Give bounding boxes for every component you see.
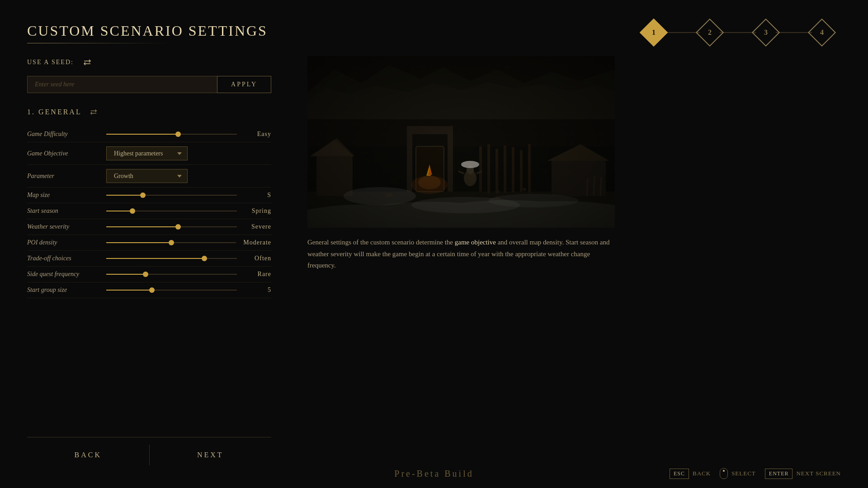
map-size-row: Map size S <box>27 188 271 203</box>
parameter-select[interactable]: Growth Population Resources Territory <box>106 169 188 183</box>
step-diamond-1[interactable]: 1 <box>640 19 668 47</box>
game-difficulty-label: Game Difficulty <box>27 131 106 138</box>
start-season-row: Start season Spring <box>27 203 271 219</box>
tradeoff-choices-control: Often <box>106 255 271 262</box>
map-size-value: S <box>244 192 271 199</box>
game-difficulty-control: Easy <box>106 131 271 138</box>
esc-hint: ESC BACK <box>670 469 711 479</box>
map-size-label: Map size <box>27 192 106 199</box>
start-season-label: Start season <box>27 207 106 215</box>
weather-severity-track[interactable] <box>106 226 237 227</box>
settings-list: Game Difficulty Easy Game Objective High… <box>27 127 271 428</box>
side-quest-track[interactable] <box>106 274 237 275</box>
start-group-control: 5 <box>106 286 271 294</box>
select-hint: SELECT <box>720 468 756 479</box>
mouse-icon <box>720 468 728 479</box>
game-objective-control: Highest parameters Survival Score Explor… <box>106 146 271 160</box>
seed-section: USE A SEED: <box>27 56 271 69</box>
general-shuffle-icon[interactable] <box>88 107 99 117</box>
weather-severity-label: Weather severity <box>27 223 106 230</box>
game-difficulty-value: Easy <box>244 131 271 138</box>
weather-severity-control: Severe <box>106 223 271 230</box>
poi-density-label: POI density <box>27 239 106 246</box>
step-item-2: 2 <box>700 23 720 42</box>
general-section-header: 1. GENERAL <box>27 107 271 117</box>
poi-density-row: POI density Moderate <box>27 235 271 251</box>
tradeoff-choices-value: Often <box>244 255 271 262</box>
game-objective-select[interactable]: Highest parameters Survival Score Explor… <box>106 146 188 160</box>
start-season-control: Spring <box>106 207 271 215</box>
start-group-value: 5 <box>244 286 271 294</box>
side-quest-label: Side quest frequency <box>27 271 106 278</box>
side-quest-control: Rare <box>106 271 271 278</box>
poi-density-track[interactable] <box>106 242 236 243</box>
enter-key: ENTER <box>765 469 793 479</box>
step-connector-1-2 <box>664 32 700 33</box>
poi-density-control: Moderate <box>106 239 271 246</box>
start-season-track[interactable] <box>106 211 237 211</box>
tradeoff-choices-label: Trade-off choices <box>27 255 106 262</box>
step-number-2: 2 <box>708 28 712 37</box>
start-group-label: Start group size <box>27 286 106 294</box>
enter-hint: ENTER NEXT SCREEN <box>765 469 841 479</box>
game-difficulty-track[interactable] <box>106 134 237 135</box>
step-item-3: 3 <box>756 23 776 42</box>
next-screen-label: NEXT SCREEN <box>796 470 841 477</box>
apply-button[interactable]: APPLY <box>217 76 271 93</box>
parameter-row: Parameter Growth Population Resources Te… <box>27 165 271 188</box>
step-connector-2-3 <box>720 32 756 33</box>
step-connector-3-4 <box>776 32 812 33</box>
side-quest-row: Side quest frequency Rare <box>27 267 271 282</box>
start-season-value: Spring <box>244 207 271 215</box>
mouse-dot <box>723 470 725 472</box>
seed-shuffle-icon[interactable] <box>81 56 94 69</box>
step-diamond-3[interactable]: 3 <box>752 19 780 47</box>
step-item-1: 1 <box>644 23 664 42</box>
game-objective-row: Game Objective Highest parameters Surviv… <box>27 142 271 165</box>
esc-label: BACK <box>693 470 711 477</box>
description-text: General settings of the custom scenario … <box>307 237 615 272</box>
seed-input-row: APPLY <box>27 76 271 93</box>
seed-label: USE A SEED: <box>27 59 74 66</box>
title-underline <box>27 43 172 43</box>
game-objective-label: Game Objective <box>27 150 106 157</box>
preview-image <box>307 56 615 228</box>
select-label: SELECT <box>731 470 756 477</box>
weather-severity-row: Weather severity Severe <box>27 219 271 235</box>
left-panel: Custom Scenario Settings USE A SEED: APP… <box>0 0 298 488</box>
step-indicators: 1 2 3 4 <box>307 23 841 42</box>
pre-beta-label: Pre-Beta Build <box>394 469 473 479</box>
side-quest-value: Rare <box>244 271 271 278</box>
parameter-control: Growth Population Resources Territory <box>106 169 271 183</box>
step-number-3: 3 <box>764 28 768 37</box>
back-button[interactable]: BACK <box>27 445 150 465</box>
esc-key: ESC <box>670 469 689 479</box>
start-group-track[interactable] <box>106 290 237 291</box>
step-number-4: 4 <box>820 28 824 37</box>
tradeoff-choices-row: Trade-off choices Often <box>27 251 271 267</box>
step-diamond-4[interactable]: 4 <box>808 19 836 47</box>
map-size-control: S <box>106 192 271 199</box>
step-diamond-2[interactable]: 2 <box>696 19 724 47</box>
step-item-4: 4 <box>812 23 832 42</box>
tradeoff-choices-track[interactable] <box>106 258 237 259</box>
weather-severity-value: Severe <box>244 223 271 230</box>
svg-rect-44 <box>307 56 615 228</box>
bottom-buttons: BACK NEXT <box>27 437 271 465</box>
game-difficulty-row: Game Difficulty Easy <box>27 127 271 142</box>
next-button[interactable]: NEXT <box>150 445 272 465</box>
start-group-row: Start group size 5 <box>27 282 271 298</box>
parameter-label: Parameter <box>27 173 106 180</box>
general-section-title: 1. GENERAL <box>27 108 82 116</box>
right-panel: 1 2 3 4 <box>298 0 868 488</box>
page-container: Custom Scenario Settings USE A SEED: APP… <box>0 0 868 488</box>
poi-density-value: Moderate <box>243 239 271 246</box>
step-number-1: 1 <box>652 28 656 37</box>
bottom-bar: ESC BACK SELECT ENTER NEXT SCREEN <box>670 468 841 479</box>
page-title: Custom Scenario Settings <box>27 23 271 39</box>
seed-input[interactable] <box>27 76 217 93</box>
map-size-track[interactable] <box>106 195 237 196</box>
